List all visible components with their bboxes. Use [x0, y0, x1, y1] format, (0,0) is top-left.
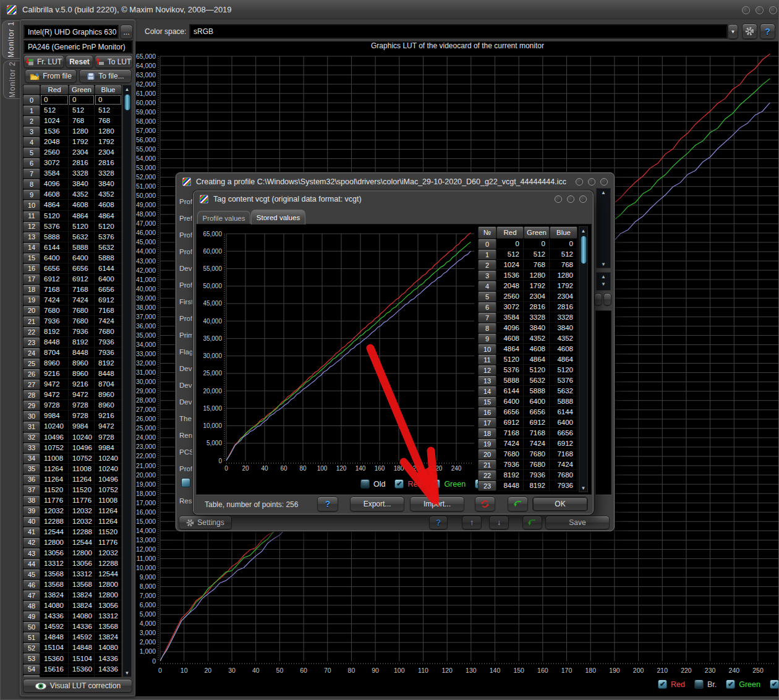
- column-header-Blue[interactable]: Blue: [95, 85, 122, 95]
- value-cell[interactable]: 12544: [69, 537, 95, 548]
- table-row[interactable]: 17691269126400: [23, 274, 122, 284]
- value-cell[interactable]: 9472: [95, 421, 122, 432]
- value-cell[interactable]: 0: [95, 95, 122, 105]
- row-index-cell[interactable]: 5: [23, 147, 40, 158]
- undo-button[interactable]: [522, 516, 542, 529]
- value-cell[interactable]: 3328: [95, 168, 122, 179]
- value-cell[interactable]: 10752: [69, 453, 95, 464]
- column-header-index[interactable]: [23, 85, 40, 95]
- refresh-button[interactable]: [475, 497, 495, 511]
- table-row[interactable]: 22819279367680: [23, 327, 122, 337]
- value-cell[interactable]: 2048: [496, 281, 524, 291]
- import-button[interactable]: Import...: [410, 497, 464, 511]
- value-cell[interactable]: 2816: [550, 302, 577, 312]
- value-cell[interactable]: 6912: [69, 274, 95, 284]
- value-cell[interactable]: 12288: [40, 516, 69, 527]
- value-cell[interactable]: 12800: [95, 579, 122, 590]
- scrollbar-thumb[interactable]: [581, 236, 587, 264]
- table-row[interactable]: 15640064005888: [23, 253, 122, 263]
- value-cell[interactable]: 8448: [496, 480, 524, 491]
- value-cell[interactable]: 3328: [550, 312, 577, 323]
- row-index-cell[interactable]: 0: [478, 239, 496, 249]
- value-cell[interactable]: 13056: [40, 548, 69, 558]
- value-cell[interactable]: 13824: [95, 632, 122, 642]
- table-row[interactable]: 52151041484814080: [23, 642, 122, 653]
- row-index-cell[interactable]: 12: [23, 221, 40, 232]
- table-row[interactable]: 21024768768: [23, 116, 122, 126]
- table-row[interactable]: 15640064005888: [478, 396, 577, 407]
- value-cell[interactable]: 10240: [69, 432, 95, 443]
- value-cell[interactable]: 8448: [69, 348, 95, 358]
- value-cell[interactable]: 5632: [95, 242, 122, 253]
- value-cell[interactable]: 8960: [69, 358, 95, 369]
- value-cell[interactable]: 8704: [40, 348, 69, 358]
- value-cell[interactable]: 7424: [524, 438, 550, 449]
- value-cell[interactable]: 5120: [40, 211, 69, 221]
- value-cell[interactable]: 9216: [40, 369, 69, 379]
- row-index-cell[interactable]: 24: [23, 348, 40, 358]
- value-cell[interactable]: 11264: [40, 474, 69, 485]
- value-cell[interactable]: 7680: [524, 459, 550, 470]
- value-cell[interactable]: 10240: [40, 421, 69, 432]
- table-row[interactable]: 16665666566144: [23, 263, 122, 274]
- value-cell[interactable]: 2816: [524, 302, 550, 312]
- value-cell[interactable]: 3072: [496, 302, 524, 312]
- row-index-cell[interactable]: 9: [478, 333, 496, 344]
- value-cell[interactable]: 14336: [69, 621, 95, 632]
- tab-monitor-1[interactable]: Monitor 1: [2, 20, 20, 59]
- value-cell[interactable]: 1024: [496, 260, 524, 270]
- value-cell[interactable]: 7680: [550, 470, 577, 480]
- value-cell[interactable]: 4096: [40, 179, 69, 189]
- value-cell[interactable]: 5888: [524, 386, 550, 396]
- value-cell[interactable]: 3840: [524, 323, 550, 333]
- value-cell[interactable]: 9472: [40, 379, 69, 390]
- row-index-cell[interactable]: 33: [23, 443, 40, 453]
- value-cell[interactable]: 4352: [69, 189, 95, 200]
- vcgt-titlebar[interactable]: Tag content vcgt (original data format: …: [194, 191, 593, 207]
- table-row[interactable]: 8409638403840: [23, 179, 122, 189]
- table-row[interactable]: 11512048644864: [23, 211, 122, 221]
- value-cell[interactable]: 1280: [95, 126, 122, 137]
- table-row[interactable]: 19742474246912: [478, 438, 577, 449]
- value-cell[interactable]: 7936: [69, 327, 95, 337]
- value-cell[interactable]: 14080: [40, 600, 69, 611]
- value-cell[interactable]: 7424: [496, 438, 524, 449]
- table-row[interactable]: 13588856325376: [23, 232, 122, 242]
- window-maximize-button[interactable]: [756, 6, 764, 14]
- row-index-cell[interactable]: 20: [478, 449, 496, 459]
- value-cell[interactable]: 0: [40, 95, 69, 105]
- row-index-cell[interactable]: 17: [23, 274, 40, 284]
- adapter-more-button[interactable]: ...: [120, 25, 133, 39]
- value-cell[interactable]: 7936: [95, 337, 122, 348]
- value-cell[interactable]: 14336: [40, 611, 69, 621]
- table-row[interactable]: 39120321203211264: [23, 506, 122, 516]
- table-row[interactable]: 9460843524352: [478, 333, 577, 344]
- row-index-cell[interactable]: 11: [23, 211, 40, 221]
- lut-table-scrollbar[interactable]: ▲ ▼: [122, 85, 132, 677]
- window-minimize-button[interactable]: [742, 6, 750, 14]
- scroll-down-icon[interactable]: ▼: [597, 260, 610, 268]
- row-index-cell[interactable]: 14: [23, 242, 40, 253]
- value-cell[interactable]: 6144: [95, 263, 122, 274]
- table-row[interactable]: 41125441228811520: [23, 527, 122, 537]
- value-cell[interactable]: 14080: [95, 642, 122, 653]
- table-row[interactable]: 23844881927936: [23, 337, 122, 348]
- value-cell[interactable]: 2816: [69, 158, 95, 168]
- row-index-cell[interactable]: 2: [478, 260, 496, 270]
- value-cell[interactable]: 14848: [69, 642, 95, 653]
- value-cell[interactable]: 0: [524, 239, 550, 249]
- table-row[interactable]: 7358433283328: [478, 312, 577, 323]
- column-header-Blue[interactable]: Blue: [550, 226, 577, 239]
- value-cell[interactable]: 3584: [40, 168, 69, 179]
- value-cell[interactable]: 6400: [95, 274, 122, 284]
- blue-checkbox[interactable]: ✔: [770, 680, 779, 689]
- value-cell[interactable]: 15616: [69, 675, 95, 677]
- value-cell[interactable]: 6144: [40, 242, 69, 253]
- table-row[interactable]: 4204817921792: [23, 137, 122, 147]
- value-cell[interactable]: 10752: [95, 485, 122, 495]
- value-cell[interactable]: 1536: [496, 270, 524, 281]
- value-cell[interactable]: 2304: [524, 291, 550, 302]
- value-cell[interactable]: 5888: [550, 396, 577, 407]
- table-row[interactable]: 6307228162816: [23, 158, 122, 168]
- value-cell[interactable]: 5376: [95, 232, 122, 242]
